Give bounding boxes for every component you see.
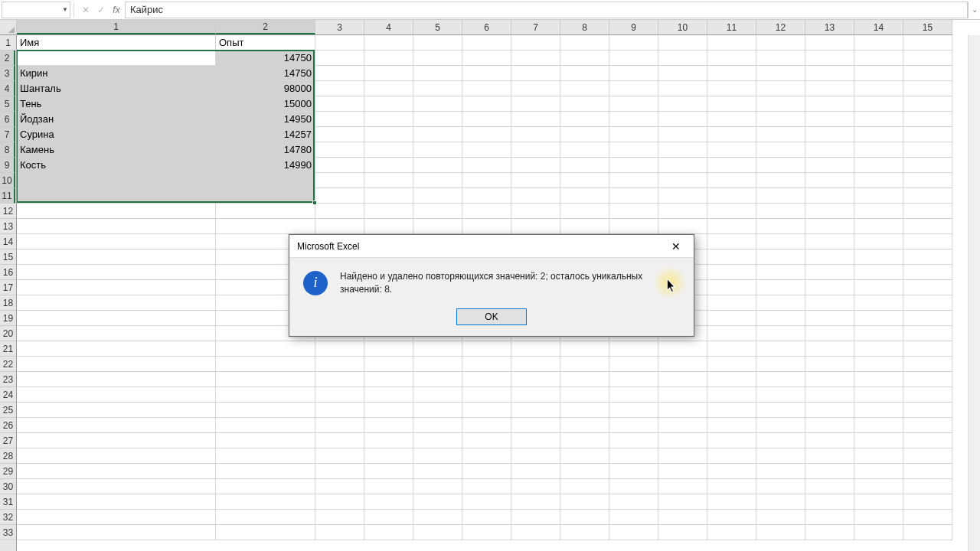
dialog-titlebar[interactable]: Microsoft Excel ✕	[289, 235, 694, 258]
dialog-title-text: Microsoft Excel	[297, 241, 359, 252]
dialog-actions: OK	[289, 304, 694, 336]
ok-button[interactable]: OK	[456, 308, 527, 325]
dialog-overlay: Microsoft Excel ✕ i Найдено и удалено по…	[0, 0, 980, 551]
info-icon: i	[303, 271, 328, 295]
close-icon[interactable]: ✕	[665, 237, 688, 256]
message-dialog: Microsoft Excel ✕ i Найдено и удалено по…	[289, 234, 694, 337]
dialog-message: Найдено и удалено повторяющихся значений…	[340, 270, 680, 296]
dialog-body: i Найдено и удалено повторяющихся значен…	[289, 258, 694, 304]
